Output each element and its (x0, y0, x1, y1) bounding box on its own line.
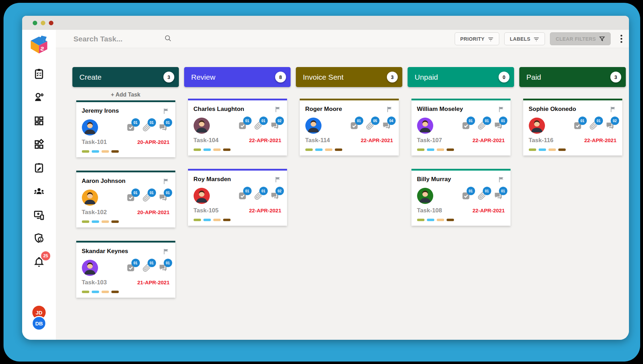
label-bar (548, 148, 556, 151)
label-bar (194, 219, 201, 221)
checklist-indicator[interactable]: 01 (461, 191, 470, 200)
task-card[interactable]: Aaron Johnson 01 (76, 171, 175, 227)
task-card[interactable]: Roger Moore 01 (300, 99, 399, 155)
comments-indicator[interactable]: 02 (270, 191, 279, 200)
label-bar (111, 220, 119, 223)
sidebar-item-notifications[interactable]: 25 (33, 256, 45, 268)
task-card[interactable]: Billy Murray 01 (411, 169, 511, 226)
sidebar-item-user-settings[interactable] (33, 91, 45, 104)
comments-indicator[interactable]: 01 (158, 123, 168, 132)
task-card[interactable]: Jeremy Irons 01 (76, 100, 175, 157)
comment-count-badge: 01 (164, 188, 172, 197)
avatar (82, 260, 98, 276)
checklist-indicator[interactable]: 01 (238, 191, 247, 200)
task-card[interactable]: Skandar Keynes 01 (76, 241, 175, 298)
attachment-indicator[interactable]: 01 (589, 121, 598, 130)
attachment-indicator[interactable]: 01 (478, 191, 487, 200)
flag-icon[interactable] (162, 178, 170, 186)
attachment-indicator[interactable]: 01 (142, 193, 151, 202)
task-id: Task-102 (82, 209, 107, 216)
attachment-indicator[interactable]: 05 (366, 121, 375, 130)
column-cards: William Moseley 01 (408, 99, 514, 226)
flag-icon[interactable] (162, 248, 170, 257)
comments-indicator[interactable]: 01 (494, 121, 503, 130)
window-control-green[interactable] (33, 21, 37, 25)
comments-indicator[interactable]: 02 (605, 121, 615, 130)
label-bar (102, 150, 109, 153)
sidebar-item-team[interactable] (33, 185, 45, 198)
flag-icon[interactable] (274, 106, 281, 114)
checklist-indicator[interactable]: 01 (350, 121, 359, 130)
board-column: Create 3 + Add Task Jeremy Irons (72, 67, 179, 311)
user-gear-icon (33, 92, 45, 103)
comments-indicator[interactable]: 02 (270, 121, 279, 130)
comment-count-badge: 02 (275, 117, 284, 125)
clear-filters-button[interactable]: CLEAR FILTERS (550, 32, 611, 45)
board: Create 3 + Add Task Jeremy Irons (56, 48, 629, 311)
attachment-indicator[interactable]: 01 (254, 191, 263, 200)
checklist-indicator[interactable]: 01 (126, 123, 135, 132)
task-id: Task-104 (194, 137, 219, 144)
flag-icon[interactable] (274, 176, 281, 185)
checklist-count-badge: 01 (578, 117, 587, 125)
clipboard-check-icon (33, 68, 45, 79)
task-card[interactable]: William Moseley 01 (411, 99, 511, 155)
user-avatar-db[interactable]: DB (32, 316, 46, 331)
sidebar-item-tasks[interactable] (33, 67, 45, 80)
checklist-indicator[interactable]: 01 (238, 121, 247, 130)
sidebar-item-notes[interactable] (33, 161, 45, 174)
more-options-menu-icon[interactable] (619, 33, 624, 44)
app-logo-icon[interactable] (29, 33, 49, 55)
search-icon[interactable] (164, 34, 172, 44)
flag-icon[interactable] (498, 106, 505, 114)
checklist-indicator[interactable]: 01 (126, 193, 135, 202)
sidebar-item-boards[interactable] (33, 114, 45, 127)
attachment-count-badge: 01 (483, 187, 491, 195)
label-bars (305, 148, 393, 151)
priority-filter-button[interactable]: PRIORITY (455, 32, 499, 45)
checklist-count-badge: 01 (243, 187, 252, 195)
search-bar (73, 34, 172, 44)
flag-icon[interactable] (498, 176, 505, 185)
checklist-indicator[interactable]: 01 (126, 263, 135, 272)
attachment-indicator[interactable]: 01 (254, 121, 263, 130)
task-card[interactable]: Sophie Okonedo 01 (523, 99, 622, 155)
column-header[interactable]: Unpaid 0 (408, 67, 514, 87)
flag-icon[interactable] (162, 107, 170, 116)
window-control-yellow[interactable] (41, 21, 45, 25)
column-header[interactable]: Paid 3 (519, 67, 626, 87)
sidebar-item-widgets[interactable] (33, 138, 45, 151)
attachment-count-badge: 05 (371, 117, 379, 125)
sidebar-item-devices[interactable] (33, 209, 45, 221)
checklist-indicator[interactable]: 01 (573, 121, 582, 130)
add-task-button[interactable]: + Add Task (72, 91, 179, 98)
task-card[interactable]: Roy Marsden 01 (188, 169, 287, 226)
label-bar (194, 148, 201, 151)
column-header[interactable]: Review 8 (184, 67, 291, 87)
attachment-indicator[interactable]: 01 (142, 263, 151, 272)
column-title: Invoice Sent (303, 73, 344, 81)
task-card[interactable]: Charles Laughton 01 (188, 99, 287, 155)
label-bars (529, 148, 617, 151)
filter-lines-icon (488, 36, 494, 42)
comments-indicator[interactable]: 01 (494, 191, 503, 200)
window-control-red[interactable] (49, 21, 53, 25)
search-input[interactable] (73, 34, 143, 44)
attachment-indicator[interactable]: 01 (478, 121, 487, 130)
column-header[interactable]: Invoice Sent 3 (296, 67, 402, 87)
attachment-indicator[interactable]: 01 (142, 123, 151, 132)
column-cards: Sophie Okonedo 01 (519, 99, 626, 155)
labels-filter-button[interactable]: LABELS (504, 32, 545, 45)
assignee-name: Billy Murray (417, 176, 451, 183)
comments-indicator[interactable]: 01 (158, 263, 168, 272)
column-header[interactable]: Create 3 (72, 67, 179, 87)
comments-indicator[interactable]: 01 (158, 193, 168, 202)
flag-icon[interactable] (386, 106, 393, 114)
flag-icon[interactable] (609, 106, 617, 114)
checklist-indicator[interactable]: 01 (461, 121, 470, 130)
column-title: Unpaid (415, 73, 438, 81)
sidebar-item-security[interactable] (33, 232, 45, 245)
clipboard-edit-icon (33, 162, 45, 173)
comments-indicator[interactable]: 04 (382, 121, 391, 130)
due-date: 20-APR-2021 (137, 209, 170, 215)
